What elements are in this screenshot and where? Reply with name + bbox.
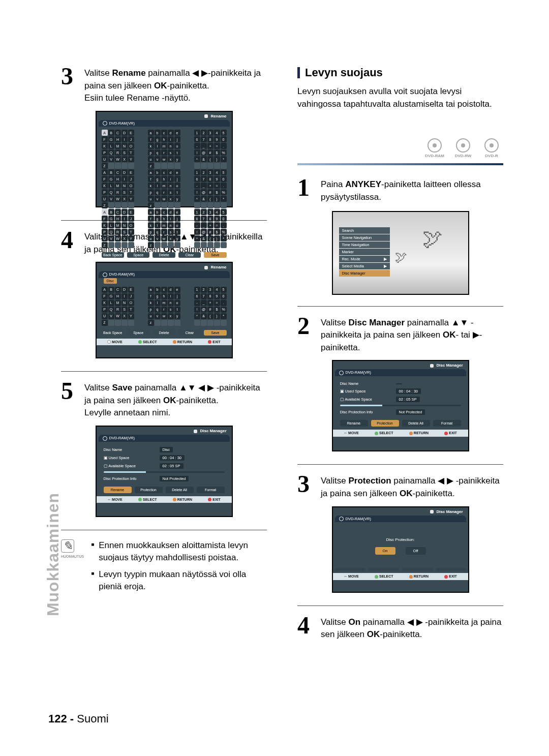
divider [297, 606, 503, 606]
disc-badges: DVD-RAM DVD-RW DVD-R [297, 138, 503, 158]
osd-title: Rename [97, 263, 232, 271]
step-text: Valitse Protection painamalla ◀ ▶ -paini… [321, 474, 503, 500]
step-number: 1 [297, 177, 315, 203]
note-item: Levyn tyypin mukaan näytössä voi olla pi… [91, 568, 267, 593]
step-number: 4 [297, 615, 315, 641]
protection-on: On [375, 547, 395, 555]
badge-dvd-r: DVD-R [480, 138, 503, 158]
osd-btn-save: Save [204, 252, 226, 258]
osd-hints: ↔ MOVE SELECT RETURN EXIT [333, 430, 468, 437]
dm-action-deleteall: Delete All [166, 487, 194, 493]
osd-subtitle: DVD-RAM(VR) [335, 369, 466, 376]
menu-item-selected: Disc Manager [339, 270, 390, 277]
osd-disc-manager-1: Disc Manager DVD-RAM(VR) Disc NameDisc ▣… [96, 426, 233, 517]
osd-keyboard: ABCDEFGHIJKLMNOPQRSTUVWXYZabcdefghijklmn… [97, 284, 232, 328]
osd-title: Disc Manager [97, 427, 232, 435]
menu-item: Rec. Mode▶ [339, 256, 390, 262]
kb-upper: ABCDEFGHIJKLMNOPQRSTUVWXYZABCDEFGHIJKLMN… [102, 130, 134, 248]
divider [297, 306, 503, 307]
step-3-right: 3 Valitse Protection painamalla ◀ ▶ -pai… [297, 474, 503, 500]
note-item: Ennen muokkauksen aloittamista levyn suo… [91, 539, 267, 564]
osd-title: Rename [97, 112, 232, 120]
step-3: 3 Valitse Rename painamalla ◀ ▶-painikke… [61, 66, 267, 105]
osd-title: Disc Manager [333, 361, 468, 369]
osd-hints: ↔ MOVE SELECT RETURN EXIT [97, 496, 232, 503]
step-text: Valitse Save painamalla ▲▼ ◀ ▶ -painikke… [84, 381, 267, 419]
osd-subtitle: DVD-RAM(VR) [99, 271, 230, 278]
divider [61, 371, 267, 372]
osd-hints: ↔ MOVE SELECT RETURN EXIT [333, 573, 468, 580]
section-intro: Levyn suojauksen avulla voit suojata lev… [297, 85, 503, 110]
step-number: 4 [61, 230, 78, 256]
divider [297, 464, 503, 465]
osd-disc-manager-2: Disc Manager DVD-RAM(VR) Disc Name ▣ Use… [332, 360, 469, 451]
section-sidebar-label: Muokkaaminen [43, 491, 64, 618]
dm-action-format: Format [197, 487, 225, 493]
osd-button-row: Back Space Space Delete Clear Save [97, 328, 232, 339]
step-text: Valitse Disc Manager painamalla ▲▼ -pain… [321, 316, 503, 354]
step-2: 2 Valitse Disc Manager painamalla ▲▼ -pa… [297, 316, 503, 354]
menu-item: Scene Navigation [339, 234, 390, 241]
osd-disc-manager-3: Disc Manager DVD-RAM(VR) Disc Protection… [332, 506, 469, 593]
menu-item: Select Media▶ [339, 263, 390, 269]
step-text: Valitse Rename painamalla ◀ ▶-painikkeit… [84, 66, 267, 105]
step-number: 3 [297, 474, 315, 500]
note-block: ✎ HUOMAUTUS Ennen muokkauksen aloittamis… [61, 539, 267, 597]
right-column: Levyn suojaus Levyn suojauksen avulla vo… [297, 66, 503, 647]
step-number: 5 [61, 381, 78, 419]
kb-sym: 1234567890-_+=.!@#$%^&()*1234567890-_+=.… [194, 130, 227, 248]
osd-keyboard: ABCDEFGHIJKLMNOPQRSTUVWXYZABCDEFGHIJKLMN… [97, 127, 232, 250]
on-off-group: On Off [375, 547, 426, 555]
section-bar [297, 163, 503, 165]
osd-btn-delete: Delete [152, 252, 175, 258]
badge-dvd-rw: DVD-RW [451, 138, 475, 158]
step-text: Paina ANYKEY-painiketta laitteen ollessa… [321, 177, 503, 203]
osd-rename-1: Rename DVD-RAM(VR) ABCDEFGHIJKLMNOPQRSTU… [96, 111, 233, 207]
page-body: 3 Valitse Rename painamalla ◀ ▶-painikke… [0, 0, 549, 678]
step-number: 3 [61, 66, 78, 105]
osd-btn-backspace: Back Space [102, 252, 124, 258]
menu-item: Time Navigation [339, 241, 390, 248]
step-number: 2 [297, 316, 315, 354]
protection-label: Disc Protection: [333, 537, 468, 542]
osd-anykey-photo: 🕊 🕊 Search Scene Navigation Time Navigat… [332, 211, 469, 295]
step-text: Valitse On painamalla ◀ ▶ -painikkeita j… [321, 615, 503, 641]
protection-off: Off [406, 547, 426, 555]
osd-subtitle: DVD-RAM(VR) [99, 435, 230, 442]
menu-item: Search [339, 227, 390, 234]
osd-rename-2: Rename DVD-RAM(VR) Disc ABCDEFGHIJKLMNOP… [96, 262, 233, 358]
step-5: 5 Valitse Save painamalla ▲▼ ◀ ▶ -painik… [61, 381, 267, 419]
divider [61, 530, 267, 530]
badge-dvd-ram: DVD-RAM [423, 138, 446, 158]
left-column: 3 Valitse Rename painamalla ◀ ▶-painikke… [61, 66, 267, 647]
anykey-menu: Search Scene Navigation Time Navigation … [339, 227, 390, 277]
menu-item: Marker [339, 249, 390, 255]
section-heading: Levyn suojaus [297, 66, 503, 79]
page-footer: 122 - Suomi [48, 712, 109, 725]
dm-action-rename: Rename [104, 487, 132, 493]
step-1: 1 Paina ANYKEY-painiketta laitteen olles… [297, 177, 503, 203]
disc-name-banner: Disc [104, 278, 117, 284]
osd-subtitle: DVD-RAM(VR) [335, 516, 466, 523]
dm-action-protection: Protection [135, 487, 163, 493]
osd-btn-space: Space [127, 252, 149, 258]
osd-subtitle: DVD-RAM(VR) [99, 120, 230, 127]
note-label: HUOMAUTUS [61, 555, 84, 558]
osd-title: Disc Manager [333, 507, 468, 516]
osd-hints: MOVE SELECT RETURN EXIT [97, 339, 232, 346]
kb-lower: abcdefghijklmnopqrstuvwxyzabcdefghijklmn… [148, 130, 180, 248]
step-4-right: 4 Valitse On painamalla ◀ ▶ -painikkeita… [297, 615, 503, 641]
osd-btn-clear: Clear [178, 252, 201, 258]
osd-button-row: Back Space Space Delete Clear Save [97, 250, 232, 261]
